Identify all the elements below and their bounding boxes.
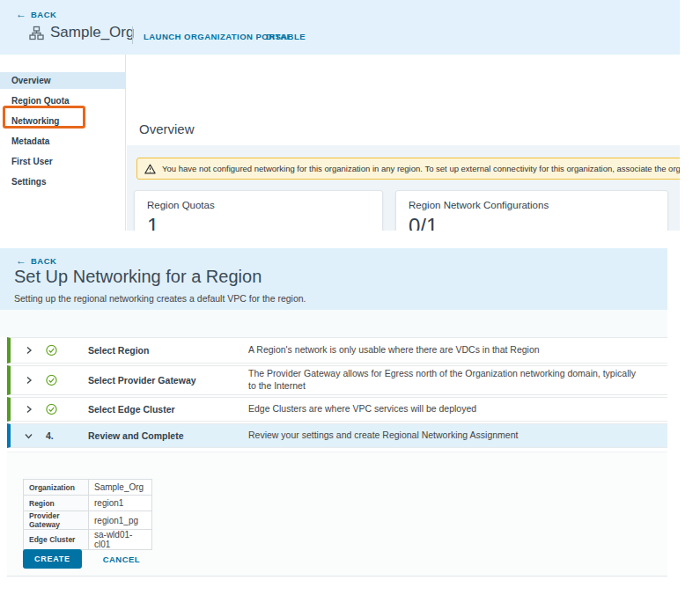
check-circle-icon <box>46 345 57 356</box>
chevron-down-icon[interactable] <box>24 431 33 441</box>
chevron-right-icon[interactable] <box>24 376 33 386</box>
sidebar-item-region-quota[interactable]: Region Quota <box>0 92 126 109</box>
back-arrow-icon: ← <box>16 254 26 267</box>
cancel-button[interactable]: CANCEL <box>103 555 140 564</box>
review-table: Organization Sample_Org Region region1 P… <box>23 479 152 550</box>
table-row: Organization Sample_Org <box>24 480 152 496</box>
sidebar-item-settings[interactable]: Settings <box>0 173 126 190</box>
step-description: Edge Clusters are where VPC services wil… <box>248 403 645 415</box>
chevron-right-icon[interactable] <box>24 405 33 415</box>
check-circle-icon <box>46 404 57 415</box>
warning-icon <box>144 164 156 174</box>
step-select-region[interactable]: Select Region A Region's network is only… <box>7 337 667 364</box>
sidebar-item-first-user[interactable]: First User <box>0 153 126 170</box>
table-row: Provider Gateway region1_pg <box>24 511 152 530</box>
table-row: Edge Cluster sa-wld01-cl01 <box>24 530 152 550</box>
create-button[interactable]: CREATE <box>23 549 82 569</box>
region-quotas-value: 1 <box>147 214 158 231</box>
review-value-provider-gateway: region1_pg <box>89 511 152 530</box>
page-title: Sample_Org <box>50 24 134 41</box>
step-number: 4. <box>46 430 54 441</box>
table-row: Region region1 <box>24 496 152 511</box>
review-label-region: Region <box>24 496 89 511</box>
organization-icon <box>29 26 44 40</box>
wizard-subtitle: Setting up the regional networking creat… <box>14 293 306 304</box>
review-value-edge-cluster: sa-wld01-cl01 <box>89 530 152 550</box>
card-title: Region Quotas <box>147 200 215 210</box>
region-quotas-card: Region Quotas 1 ADD <box>134 190 383 231</box>
wizard-substrip <box>0 310 667 337</box>
org-body: Overview Region Quota Networking Metadat… <box>0 55 680 231</box>
back-label: BACK <box>31 256 56 266</box>
step-description: A Region's network is only usable where … <box>248 344 645 356</box>
card-title: Region Network Configurations <box>409 200 549 210</box>
review-panel: Organization Sample_Org Region region1 P… <box>7 452 667 577</box>
step-title: Select Region <box>88 345 149 356</box>
check-circle-icon <box>46 375 57 386</box>
step-description: Review your settings and create Regional… <box>248 430 645 442</box>
back-link[interactable]: ← BACK <box>16 8 56 20</box>
review-label-organization: Organization <box>24 480 89 496</box>
warning-text: You have not configured networking for t… <box>162 164 680 173</box>
org-title-row: Sample_Org <box>29 24 134 41</box>
step-select-edge-cluster[interactable]: Select Edge Cluster Edge Clusters are wh… <box>7 397 667 422</box>
back-label: BACK <box>31 10 56 19</box>
wizard-header: ← BACK Set Up Networking for a Region Se… <box>0 248 667 310</box>
sidebar: Overview Region Quota Networking Metadat… <box>0 55 126 231</box>
step-title: Select Provider Gateway <box>88 375 196 386</box>
warning-banner: You have not configured networking for t… <box>136 158 680 180</box>
region-network-configurations-value: 0/1 <box>409 214 438 231</box>
back-arrow-icon: ← <box>16 8 26 20</box>
sidebar-item-metadata[interactable]: Metadata <box>0 133 126 150</box>
wizard-actions: CREATE CANCEL <box>23 549 140 569</box>
review-value-region: region1 <box>89 496 152 511</box>
sidebar-item-overview[interactable]: Overview <box>0 72 126 89</box>
disable-button[interactable]: DISABLE <box>266 32 306 41</box>
section-title: Overview <box>139 121 195 136</box>
setup-networking-page: ← BACK Set Up Networking for a Region Se… <box>0 248 667 577</box>
step-title: Select Edge Cluster <box>88 404 175 415</box>
wizard-steps: Select Region A Region's network is only… <box>7 337 667 450</box>
step-description: The Provider Gateway allows for Egress n… <box>248 368 645 392</box>
org-header: ← BACK Sample_Org LAUNCH ORGANIZATION PO… <box>0 0 680 55</box>
review-label-edge-cluster: Edge Cluster <box>24 530 89 550</box>
step-select-provider-gateway[interactable]: Select Provider Gateway The Provider Gat… <box>7 365 667 395</box>
step-title: Review and Complete <box>88 430 184 441</box>
chevron-right-icon[interactable] <box>24 346 33 356</box>
organization-page: ← BACK Sample_Org LAUNCH ORGANIZATION PO… <box>0 0 680 231</box>
header-divider <box>132 26 133 44</box>
back-link[interactable]: ← BACK <box>16 254 56 267</box>
sidebar-item-networking[interactable]: Networking <box>0 113 126 129</box>
review-value-organization: Sample_Org <box>89 480 152 496</box>
region-network-configurations-card: Region Network Configurations 0/1 CONFIG… <box>395 190 668 231</box>
overview-panel: You have not configured networking for t… <box>127 145 680 231</box>
wizard-title: Set Up Networking for a Region <box>14 267 262 287</box>
step-review-and-complete[interactable]: 4. Review and Complete Review your setti… <box>7 423 667 448</box>
review-label-provider-gateway: Provider Gateway <box>24 511 89 530</box>
page-canvas: ← BACK Sample_Org LAUNCH ORGANIZATION PO… <box>0 0 700 595</box>
